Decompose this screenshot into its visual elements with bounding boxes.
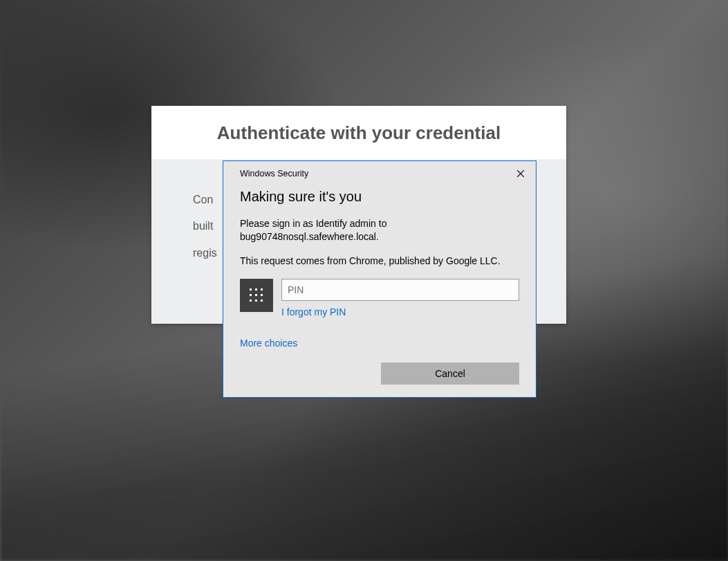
windows-security-dialog: Windows Security Making sure it's you Pl… xyxy=(223,160,536,398)
svg-rect-6 xyxy=(255,294,257,296)
close-icon xyxy=(517,170,524,177)
dialog-message: This request comes from Chrome, publishe… xyxy=(240,255,519,268)
button-row: Cancel xyxy=(240,362,519,385)
forgot-pin-link[interactable]: I forgot my PIN xyxy=(281,306,346,318)
svg-rect-10 xyxy=(261,300,263,302)
svg-rect-4 xyxy=(261,288,263,291)
dialog-message: Please sign in as Identify admin to bug9… xyxy=(240,217,519,243)
dialog-titlebar-text: Windows Security xyxy=(240,169,308,178)
svg-rect-2 xyxy=(250,288,252,291)
close-button[interactable] xyxy=(511,165,530,182)
svg-rect-7 xyxy=(261,294,263,296)
dialog-heading: Making sure it's you xyxy=(240,189,519,205)
card-title: Authenticate with your credential xyxy=(165,122,552,144)
svg-rect-8 xyxy=(250,300,252,302)
pin-input[interactable] xyxy=(281,279,519,301)
more-choices-link[interactable]: More choices xyxy=(240,338,297,349)
cancel-button[interactable]: Cancel xyxy=(381,362,519,385)
svg-rect-9 xyxy=(255,300,257,302)
svg-rect-5 xyxy=(250,294,252,296)
pin-row: I forgot my PIN xyxy=(240,279,519,318)
dialog-content: Making sure it's you Please sign in as I… xyxy=(223,182,536,397)
svg-rect-3 xyxy=(255,288,257,291)
card-header: Authenticate with your credential xyxy=(151,106,566,159)
dialog-titlebar: Windows Security xyxy=(223,161,536,182)
pin-pad-icon xyxy=(240,279,273,312)
